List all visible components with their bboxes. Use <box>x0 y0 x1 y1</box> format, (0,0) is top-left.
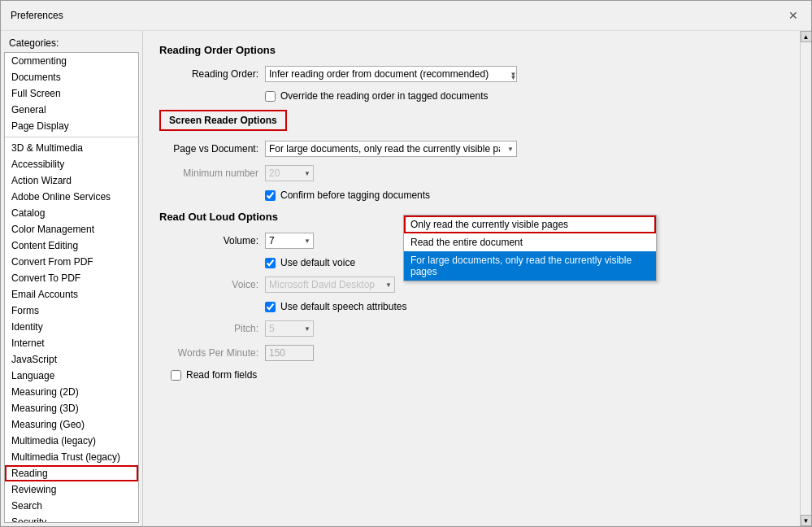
dropdown-item-0[interactable]: Only read the currently visible pages <box>404 216 656 233</box>
left-panel: Categories: Commenting Documents Full Sc… <box>1 31 143 526</box>
voice-select-wrapper: Microsoft David Desktop - E <box>265 277 395 293</box>
sidebar-item-forms[interactable]: Forms <box>5 303 138 319</box>
use-default-voice-label: Use default voice <box>280 257 355 268</box>
read-form-fields-label: Read form fields <box>186 369 257 381</box>
sidebar-item-internet[interactable]: Internet <box>5 335 138 351</box>
right-scrollbar[interactable]: ▲ ▼ <box>800 31 811 526</box>
pitch-label: Pitch: <box>159 323 265 334</box>
read-form-fields-row: Read form fields <box>171 369 784 381</box>
scroll-down-button[interactable]: ▼ <box>801 515 812 526</box>
volume-label: Volume: <box>159 235 265 246</box>
sidebar-item-action-wizard[interactable]: Action Wizard <box>5 172 138 189</box>
sidebar-item-multimedia-legacy[interactable]: Multimedia (legacy) <box>5 433 138 449</box>
sidebar-item-search[interactable]: Search <box>5 498 138 514</box>
sidebar-item-multimedia-trust[interactable]: Multimedia Trust (legacy) <box>5 449 138 465</box>
sidebar-item-catalog[interactable]: Catalog <box>5 205 138 221</box>
read-form-fields-checkbox[interactable] <box>171 370 181 381</box>
sidebar-item-convert-to-pdf[interactable]: Convert To PDF <box>5 270 138 286</box>
reading-order-label: Reading Order: <box>159 68 265 80</box>
use-default-speech-row: Use default speech attributes <box>265 301 784 312</box>
sidebar-item-3d-multimedia[interactable]: 3D & Multimedia <box>5 140 138 156</box>
sidebar-item-convert-from-pdf[interactable]: Convert From PDF <box>5 254 138 270</box>
sidebar-item-adobe-online[interactable]: Adobe Online Services <box>5 189 138 205</box>
page-vs-doc-row: Page vs Document: For large documents, o… <box>159 141 784 157</box>
sidebar-item-reviewing[interactable]: Reviewing <box>5 481 138 498</box>
override-checkbox-row: Override the reading order in tagged doc… <box>265 90 784 102</box>
separator <box>5 137 138 137</box>
sidebar-item-general[interactable]: General <box>5 102 138 118</box>
preferences-dialog: Preferences ✕ Categories: Commenting Doc… <box>0 0 812 527</box>
use-default-speech-checkbox[interactable] <box>265 302 276 312</box>
words-per-min-row: Words Per Minute: <box>159 345 784 361</box>
min-number-row: Minimum number 20 <box>159 165 784 181</box>
pitch-select[interactable]: 5 <box>265 320 314 337</box>
sidebar-item-javascript[interactable]: JavaScript <box>5 351 138 368</box>
dialog-title: Preferences <box>11 10 63 21</box>
categories-label: Categories: <box>1 31 142 52</box>
sidebar-item-color-management[interactable]: Color Management <box>5 221 138 237</box>
reading-order-select[interactable]: Infer reading order from document (recom… <box>265 66 517 82</box>
sidebar-item-reading[interactable]: Reading <box>5 465 138 481</box>
use-default-voice-checkbox[interactable] <box>265 258 276 268</box>
page-vs-doc-select-wrapper: For large documents, only read the curre… <box>265 141 517 157</box>
words-per-min-label: Words Per Minute: <box>159 347 265 359</box>
categories-list[interactable]: Commenting Documents Full Screen General… <box>4 52 139 523</box>
screen-reader-title: Screen Reader Options <box>169 115 277 126</box>
pitch-select-wrapper: 5 <box>265 320 314 337</box>
sidebar-item-measuring-geo[interactable]: Measuring (Geo) <box>5 416 138 433</box>
sidebar-item-full-screen[interactable]: Full Screen <box>5 85 138 102</box>
min-number-select[interactable]: 20 <box>265 165 314 181</box>
override-checkbox[interactable] <box>265 91 276 102</box>
min-number-select-wrapper: 20 <box>265 165 314 181</box>
close-button[interactable]: ✕ <box>785 7 801 24</box>
words-per-min-input[interactable] <box>265 345 314 361</box>
reading-order-select-wrapper: Infer reading order from document (recom… <box>265 66 519 82</box>
sidebar-item-page-display[interactable]: Page Display <box>5 118 138 134</box>
sidebar-item-content-editing[interactable]: Content Editing <box>5 237 138 254</box>
sidebar-item-measuring-2d[interactable]: Measuring (2D) <box>5 384 138 400</box>
sidebar-item-accessibility[interactable]: Accessibility <box>5 156 138 172</box>
screen-reader-options-box: Screen Reader Options <box>159 110 287 131</box>
reading-order-section-title: Reading Order Options <box>159 44 784 56</box>
use-default-speech-label: Use default speech attributes <box>280 301 406 312</box>
reading-order-row: Reading Order: Infer reading order from … <box>159 66 784 82</box>
sidebar-item-identity[interactable]: Identity <box>5 319 138 335</box>
page-vs-doc-dropdown: Only read the currently visible pages Re… <box>403 215 657 281</box>
page-vs-doc-label: Page vs Document: <box>159 143 265 155</box>
override-label: Override the reading order in tagged doc… <box>280 90 489 102</box>
volume-select-wrapper: 7 1234 568910 <box>265 233 314 249</box>
pitch-row: Pitch: 5 <box>159 320 784 337</box>
title-bar: Preferences ✕ <box>1 1 811 31</box>
min-number-label: Minimum number <box>159 168 265 179</box>
voice-select[interactable]: Microsoft David Desktop - E <box>265 277 395 293</box>
sidebar-item-language[interactable]: Language <box>5 368 138 384</box>
screen-reader-section: Screen Reader Options Page vs Document: … <box>159 110 784 201</box>
sidebar-item-email-accounts[interactable]: Email Accounts <box>5 286 138 303</box>
sidebar-item-measuring-3d[interactable]: Measuring (3D) <box>5 400 138 416</box>
dialog-body: Categories: Commenting Documents Full Sc… <box>1 31 811 526</box>
confirm-label: Confirm before tagging documents <box>280 189 430 201</box>
sidebar-item-commenting[interactable]: Commenting <box>5 53 138 69</box>
page-vs-doc-select[interactable]: For large documents, only read the curre… <box>265 141 517 157</box>
dropdown-item-2[interactable]: For large documents, only read the curre… <box>404 251 656 281</box>
dropdown-item-1[interactable]: Read the entire document <box>404 233 656 251</box>
volume-select[interactable]: 7 1234 568910 <box>265 233 314 249</box>
right-panel: Reading Order Options Reading Order: Inf… <box>143 31 800 526</box>
sidebar-item-security[interactable]: Security <box>5 514 138 523</box>
confirm-checkbox[interactable] <box>265 190 276 201</box>
scroll-up-button[interactable]: ▲ <box>801 31 812 42</box>
voice-label: Voice: <box>159 279 265 290</box>
sidebar-item-documents[interactable]: Documents <box>5 69 138 85</box>
confirm-checkbox-row: Confirm before tagging documents <box>265 189 784 201</box>
